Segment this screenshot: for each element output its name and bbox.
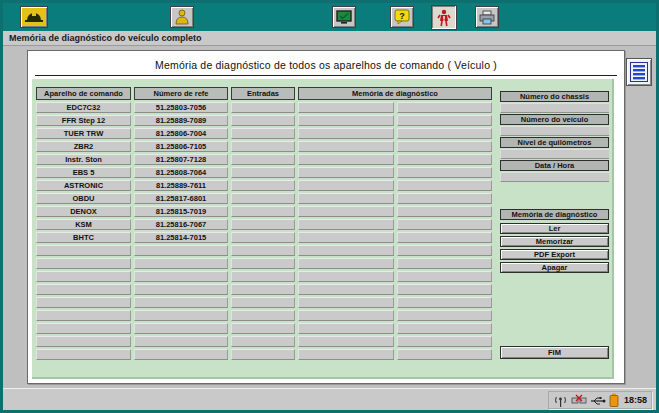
entries-cell[interactable]: [231, 102, 295, 113]
list-icon[interactable]: [626, 58, 652, 86]
help-icon[interactable]: ?: [390, 6, 414, 28]
km-level-label: Nível de quilómetros: [500, 137, 609, 148]
entries-cell[interactable]: [231, 141, 295, 152]
device-cell[interactable]: KSM: [36, 219, 131, 230]
memory-cell[interactable]: [298, 219, 394, 230]
device-cell[interactable]: ZBR2: [36, 141, 131, 152]
ref-cell[interactable]: 81.25889-7089: [134, 115, 228, 126]
empty-cell: [134, 258, 228, 269]
device-cell[interactable]: Instr. Ston: [36, 154, 131, 165]
device-cell[interactable]: BHTC: [36, 232, 131, 243]
device-cell[interactable]: TUER TRW: [36, 128, 131, 139]
empty-cell: [298, 323, 394, 334]
memory-cell-2[interactable]: [397, 232, 492, 243]
memory-cell[interactable]: [298, 115, 394, 126]
empty-cell: [298, 284, 394, 295]
col-header-memory: Memória de diagnóstico: [298, 87, 492, 100]
app-window: ? Memória de diagnóstico do veículo comp…: [0, 0, 659, 413]
device-cell[interactable]: EBS 5: [36, 167, 131, 178]
monitor-ok-icon[interactable]: [332, 6, 356, 28]
entries-cell[interactable]: [231, 115, 295, 126]
empty-cell: [134, 310, 228, 321]
empty-cell: [397, 245, 492, 256]
ref-cell[interactable]: 81.25817-6801: [134, 193, 228, 204]
col-header-device: Aparelho de comando: [36, 87, 131, 100]
diagnostic-alert-icon[interactable]: [431, 5, 457, 30]
empty-cell: [298, 336, 394, 347]
app-logo-icon[interactable]: [20, 6, 48, 28]
entries-cell[interactable]: [231, 193, 295, 204]
memory-cell[interactable]: [298, 102, 394, 113]
title-divider: [35, 75, 617, 76]
clock-time: 18:58: [622, 395, 647, 405]
empty-cell: [36, 336, 131, 347]
empty-cell: [36, 310, 131, 321]
device-cell[interactable]: DENOX: [36, 206, 131, 217]
main-area: Memória de diagnóstico de todos os apare…: [3, 47, 656, 388]
device-cell[interactable]: FFR Step 12: [36, 115, 131, 126]
entries-cell[interactable]: [231, 128, 295, 139]
content-panel: Memória de diagnóstico de todos os apare…: [27, 50, 625, 384]
empty-cell: [36, 271, 131, 282]
ref-cell[interactable]: 81.25814-7015: [134, 232, 228, 243]
ref-cell[interactable]: 51.25803-7056: [134, 102, 228, 113]
memorize-button[interactable]: Memorizar: [500, 236, 609, 247]
memory-cell[interactable]: [298, 180, 394, 191]
empty-cell: [36, 297, 131, 308]
read-button[interactable]: Ler: [500, 223, 609, 234]
entries-cell[interactable]: [231, 154, 295, 165]
empty-cell: [36, 284, 131, 295]
memory-cell[interactable]: [298, 128, 394, 139]
empty-cell: [134, 349, 228, 360]
ecu-table: Aparelho de comando Número de refe Entra…: [36, 87, 492, 360]
memory-cell[interactable]: [298, 206, 394, 217]
memory-cell-2[interactable]: [397, 193, 492, 204]
memory-cell[interactable]: [298, 193, 394, 204]
memory-cell-2[interactable]: [397, 102, 492, 113]
entries-cell[interactable]: [231, 180, 295, 191]
ref-cell[interactable]: 81.25808-7064: [134, 167, 228, 178]
date-time-label: Data / Hora: [500, 160, 609, 171]
pdf-export-button[interactable]: PDF Export: [500, 249, 609, 260]
device-cell[interactable]: EDC7C32: [36, 102, 131, 113]
ref-cell[interactable]: 81.25889-7611: [134, 180, 228, 191]
memory-cell-2[interactable]: [397, 115, 492, 126]
memory-cell-2[interactable]: [397, 180, 492, 191]
memory-cell[interactable]: [298, 154, 394, 165]
memory-cell-2[interactable]: [397, 206, 492, 217]
printer-icon[interactable]: [475, 6, 499, 28]
memory-cell-2[interactable]: [397, 219, 492, 230]
delete-button[interactable]: Apagar: [500, 262, 609, 273]
user-icon[interactable]: [170, 6, 194, 28]
breadcrumb: Memória de diagnóstico do veículo comple…: [3, 31, 656, 46]
entries-cell[interactable]: [231, 206, 295, 217]
memory-cell-2[interactable]: [397, 154, 492, 165]
vehicle-number-label: Número do veículo: [500, 114, 609, 125]
entries-cell[interactable]: [231, 219, 295, 230]
ref-cell[interactable]: 81.25806-7004: [134, 128, 228, 139]
memory-cell[interactable]: [298, 167, 394, 178]
empty-cell: [231, 323, 295, 334]
ref-cell[interactable]: 81.25806-7105: [134, 141, 228, 152]
empty-cell: [397, 284, 492, 295]
device-cell[interactable]: OBDU: [36, 193, 131, 204]
chassis-number-field: [500, 103, 609, 113]
empty-cell: [231, 284, 295, 295]
page-title: Memória de diagnóstico de todos os apare…: [28, 51, 624, 71]
fim-button[interactable]: FIM: [500, 346, 609, 359]
empty-cell: [231, 271, 295, 282]
memory-cell[interactable]: [298, 141, 394, 152]
entries-cell[interactable]: [231, 167, 295, 178]
memory-cell-2[interactable]: [397, 128, 492, 139]
ref-cell[interactable]: 81.25815-7019: [134, 206, 228, 217]
km-level-field: [500, 149, 609, 159]
ref-cell[interactable]: 81.25807-7128: [134, 154, 228, 165]
memory-cell-2[interactable]: [397, 167, 492, 178]
device-cell[interactable]: ASTRONIC: [36, 180, 131, 191]
entries-cell[interactable]: [231, 232, 295, 243]
memory-cell[interactable]: [298, 232, 394, 243]
diagnostic-panel: Aparelho de comando Número de refe Entra…: [32, 79, 614, 379]
side-panel: Número do chassis Número do veículo Níve…: [500, 79, 609, 377]
memory-cell-2[interactable]: [397, 141, 492, 152]
ref-cell[interactable]: 81.25816-7067: [134, 219, 228, 230]
